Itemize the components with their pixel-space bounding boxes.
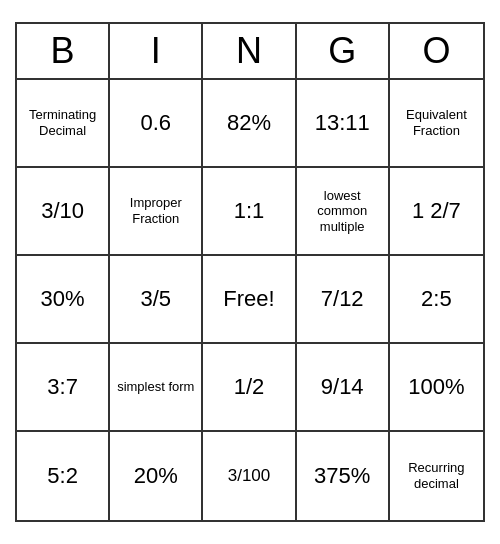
bingo-cell: 13:11 <box>297 80 390 168</box>
bingo-card: BINGO Terminating Decimal0.682%13:11Equi… <box>15 22 485 522</box>
bingo-cell: 3/5 <box>110 256 203 344</box>
bingo-cell: Free! <box>203 256 296 344</box>
bingo-cell: 20% <box>110 432 203 520</box>
bingo-cell: 3/10 <box>17 168 110 256</box>
bingo-grid: Terminating Decimal0.682%13:11Equivalent… <box>17 80 483 520</box>
bingo-cell: 1:1 <box>203 168 296 256</box>
bingo-cell: 5:2 <box>17 432 110 520</box>
bingo-cell: 82% <box>203 80 296 168</box>
bingo-cell: 100% <box>390 344 483 432</box>
header-letter: G <box>297 24 390 78</box>
bingo-cell: 1 2/7 <box>390 168 483 256</box>
header-letter: I <box>110 24 203 78</box>
bingo-cell: 0.6 <box>110 80 203 168</box>
bingo-header: BINGO <box>17 24 483 80</box>
bingo-cell: 2:5 <box>390 256 483 344</box>
header-letter: B <box>17 24 110 78</box>
bingo-cell: 7/12 <box>297 256 390 344</box>
bingo-cell: 375% <box>297 432 390 520</box>
bingo-cell: 3:7 <box>17 344 110 432</box>
bingo-cell: Recurring decimal <box>390 432 483 520</box>
header-letter: O <box>390 24 483 78</box>
bingo-cell: Equivalent Fraction <box>390 80 483 168</box>
bingo-cell: Improper Fraction <box>110 168 203 256</box>
bingo-cell: 3/100 <box>203 432 296 520</box>
bingo-cell: 30% <box>17 256 110 344</box>
bingo-cell: 9/14 <box>297 344 390 432</box>
bingo-cell: lowest common multiple <box>297 168 390 256</box>
header-letter: N <box>203 24 296 78</box>
bingo-cell: simplest form <box>110 344 203 432</box>
bingo-cell: Terminating Decimal <box>17 80 110 168</box>
bingo-cell: 1/2 <box>203 344 296 432</box>
